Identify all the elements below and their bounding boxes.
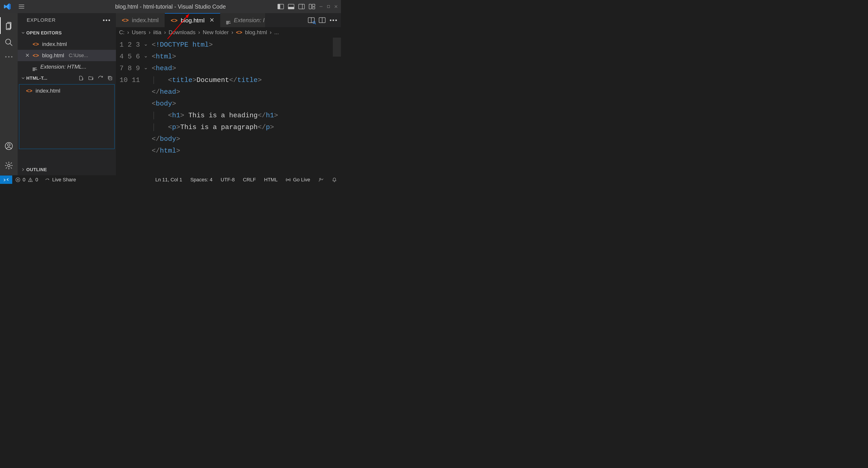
breadcrumb-part[interactable]: New folder [203,29,229,36]
tab-label: index.html [132,17,159,24]
vscode-logo-icon [4,3,11,10]
status-cursor-text: Ln 11, Col 1 [155,177,182,183]
remote-indicator-icon[interactable] [0,176,12,184]
activity-accounts-icon[interactable] [0,138,18,154]
outline-header[interactable]: OUTLINE [18,164,116,175]
open-editor-item[interactable]: <> index.html [18,38,116,50]
status-live-share[interactable]: Live Share [41,177,79,183]
title-layout-controls [278,4,315,9]
activity-bar [0,13,18,175]
line-number-gutter[interactable]: 1 2 3 4 5 6 7 8 9 10 11 [116,38,144,175]
breadcrumb-part[interactable]: Users [132,29,146,36]
editor-group: <> index.html <> blog.html Extension: I [116,13,341,175]
activity-search-icon[interactable] [0,34,18,51]
code-content[interactable]: <!DOCTYPE html> <html> <head> │ <title>D… [152,38,341,175]
file-tree-item-name: index.html [35,88,60,94]
broadcast-icon [286,177,291,182]
new-file-icon[interactable] [78,75,84,81]
live-share-icon [44,177,50,182]
chevron-down-icon [20,31,26,35]
main-area: EXPLORER ••• OPEN EDITORS <> index.html … [0,13,341,175]
sidebar-more-icon[interactable]: ••• [103,17,111,24]
status-warnings-count: 0 [35,177,38,183]
minimap-viewport[interactable] [333,38,341,57]
chevron-right-icon: › [164,29,166,36]
close-icon[interactable] [25,52,29,59]
status-bar: 0 0 Live Share Ln 11, Col 1 Spaces: 4 UT… [0,175,341,184]
open-editor-item[interactable]: <> blog.html C:\Use... [18,50,116,61]
fold-gutter[interactable] [144,38,152,175]
chevron-right-icon: › [231,29,233,36]
status-language-mode[interactable]: HTML [260,177,282,183]
tab-bar: <> index.html <> blog.html Extension: I [116,13,341,27]
extension-lines-icon [33,63,37,71]
file-tree[interactable]: <> index.html [19,84,115,149]
split-editor-icon[interactable] [319,17,326,23]
activity-explorer-icon[interactable] [0,17,18,34]
status-cursor-position[interactable]: Ln 11, Col 1 [151,177,186,183]
hamburger-menu-icon[interactable] [18,3,25,10]
status-spaces-text: Spaces: 4 [190,177,213,183]
status-encoding[interactable]: UTF-8 [217,177,239,183]
toggle-primary-side-bar-icon[interactable] [278,4,284,9]
collapse-all-icon[interactable] [107,75,113,81]
tab-blog-html[interactable]: <> blog.html [165,13,220,27]
close-icon[interactable] [210,17,214,24]
minimap[interactable] [333,38,341,175]
file-tree-item[interactable]: <> index.html [19,86,114,96]
html-file-icon: <> [236,29,242,36]
open-editor-item[interactable]: Extension: HTML... [18,61,116,72]
open-editor-path: C:\Use... [69,53,88,58]
open-editors-list: <> index.html <> blog.html C:\Use... Ext… [18,38,116,72]
chevron-down-icon [20,76,26,81]
toggle-panel-icon[interactable] [288,4,294,9]
breadcrumb-part[interactable]: iitia [153,29,161,36]
breadcrumb-part[interactable]: C: [119,29,125,36]
activity-manage-gear-icon[interactable] [0,157,18,174]
status-eol[interactable]: CRLF [239,177,260,183]
toggle-secondary-side-bar-icon[interactable] [299,4,305,9]
activity-overflow-icon[interactable] [0,51,18,63]
svg-point-18 [5,56,6,58]
status-live-share-label: Live Share [52,177,76,183]
customize-layout-icon[interactable] [309,4,315,9]
editor-more-icon[interactable]: ••• [330,17,338,24]
tab-index-html[interactable]: <> index.html [116,13,165,27]
open-editor-name: index.html [42,41,67,47]
tab-label: Extension: I [234,17,265,24]
refresh-icon[interactable] [98,75,103,81]
editor-actions: ••• [308,13,341,27]
breadcrumb-part[interactable]: Downloads [169,29,196,36]
open-editors-header[interactable]: OPEN EDITORS [18,27,116,38]
warning-icon [28,177,33,182]
status-go-live[interactable]: Go Live [282,177,314,183]
html-file-icon: <> [171,17,178,24]
status-feedback-icon[interactable] [314,177,328,182]
tab-extension[interactable]: Extension: I [220,13,266,27]
folder-header[interactable]: HTML-T... [18,72,116,84]
html-file-icon: <> [26,88,32,94]
window-close-icon[interactable] [334,5,338,8]
status-indentation[interactable]: Spaces: 4 [186,177,217,183]
window-minimize-icon[interactable] [319,5,323,8]
status-notifications-icon[interactable] [328,177,341,183]
code-editor[interactable]: 1 2 3 4 5 6 7 8 9 10 11 <!DOCTYPE html> … [116,38,341,175]
svg-point-19 [8,56,9,58]
svg-rect-7 [299,4,305,9]
new-folder-icon[interactable] [88,75,94,81]
svg-point-22 [7,144,10,146]
svg-rect-13 [328,5,330,8]
breadcrumb[interactable]: C:› Users› iitia› Downloads› New folder›… [116,27,341,38]
sidebar-title-row: EXPLORER ••• [18,13,116,27]
open-preview-side-icon[interactable] [308,17,315,23]
extension-lines-icon [226,16,231,24]
window-title: blog.html - html-tutorial - Visual Studi… [115,3,226,10]
svg-point-23 [7,164,10,167]
window-maximize-icon[interactable] [327,5,330,8]
chevron-right-icon: › [270,29,272,36]
sidebar-title: EXPLORER [27,17,56,23]
folder-actions [78,75,113,81]
status-problems[interactable]: 0 0 [12,177,41,183]
breadcrumb-file[interactable]: blog.html [245,29,267,36]
chevron-right-icon: › [149,29,151,36]
